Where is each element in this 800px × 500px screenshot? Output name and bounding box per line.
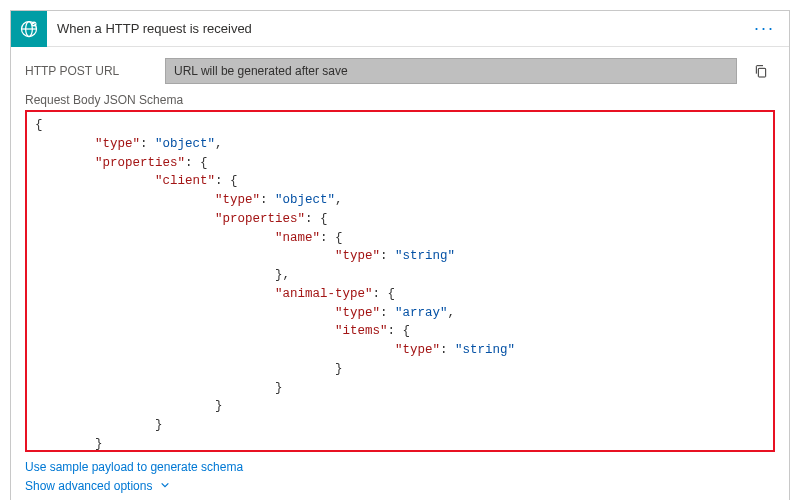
advanced-options-text: Show advanced options [25, 479, 152, 493]
footer-links: Use sample payload to generate schema Sh… [25, 458, 775, 496]
sample-payload-link[interactable]: Use sample payload to generate schema [25, 458, 775, 477]
trigger-card: When a HTTP request is received ··· HTTP… [10, 10, 790, 500]
copy-icon [753, 63, 769, 79]
schema-label: Request Body JSON Schema [25, 93, 775, 107]
more-options-icon[interactable]: ··· [750, 18, 779, 39]
url-field: URL will be generated after save [165, 58, 737, 84]
advanced-options-link[interactable]: Show advanced options [25, 477, 775, 496]
url-label: HTTP POST URL [25, 64, 155, 78]
card-body: HTTP POST URL URL will be generated afte… [11, 47, 789, 500]
http-globe-icon [11, 11, 47, 47]
schema-editor[interactable]: { "type": "object", "properties": { "cli… [25, 110, 775, 452]
card-header[interactable]: When a HTTP request is received ··· [11, 11, 789, 47]
chevron-down-icon [160, 477, 170, 496]
trigger-title: When a HTTP request is received [47, 21, 750, 36]
copy-button[interactable] [747, 57, 775, 85]
url-row: HTTP POST URL URL will be generated afte… [25, 57, 775, 85]
svg-rect-4 [758, 68, 765, 77]
